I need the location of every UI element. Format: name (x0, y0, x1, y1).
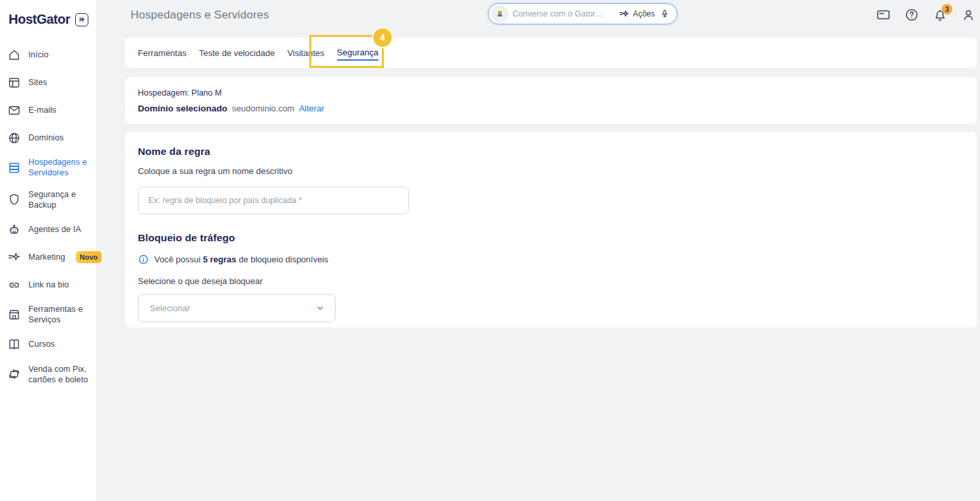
actions-button[interactable]: Ações (619, 9, 655, 20)
home-icon (7, 48, 21, 62)
sidebar-item-label: Início (28, 49, 48, 60)
sidebar-item-ferramentas-servicos[interactable]: Ferramentas e Serviços (7, 304, 91, 326)
notifications-bell-icon[interactable]: 3 (933, 7, 948, 22)
globe-icon (7, 131, 21, 145)
shield-icon (7, 192, 21, 206)
notification-count-badge: 3 (942, 4, 952, 15)
rules-available-text: Você possui 5 regras de bloqueio disponí… (154, 254, 328, 264)
sidebar: HostGator Início Sites (0, 0, 97, 501)
domain-label: Domínio selecionado (138, 103, 228, 113)
sparkle-lines-icon (7, 250, 21, 264)
sidebar-item-marketing[interactable]: Marketing Novo (7, 249, 91, 266)
tab-teste-de-velocidade[interactable]: Teste de velocidade (199, 38, 275, 68)
sidebar-item-label: Sites (28, 77, 47, 88)
sidebar-item-agentes-ia[interactable]: Agentes de IA (7, 221, 91, 238)
rule-name-description: Coloque a sua regra um nome descritivo (138, 166, 964, 176)
logo-row: HostGator (0, 0, 96, 27)
sidebar-item-seguranca-backup[interactable]: Segurança e Backup (7, 189, 91, 211)
sidebar-item-link-na-bio[interactable]: Link na bio (7, 276, 91, 293)
storefront-icon (7, 308, 21, 322)
microphone-icon[interactable] (659, 9, 670, 19)
billing-card-icon[interactable] (876, 7, 891, 22)
domain-card: Hospedagem: Plano M Domínio selecionado … (125, 77, 977, 124)
step-number-badge: 4 (373, 28, 392, 47)
gator-avatar (492, 6, 508, 22)
novo-badge: Novo (76, 251, 102, 264)
account-icon[interactable] (961, 7, 976, 22)
gator-chat-input[interactable] (512, 9, 614, 18)
selected-domain-row: Domínio selecionado seudominio.com Alter… (138, 103, 964, 113)
open-book-icon (7, 338, 21, 351)
rule-form-card: Nome da regra Coloque a sua regra um nom… (125, 132, 977, 328)
link-icon (7, 278, 21, 292)
gator-chat-bar[interactable]: Ações (488, 3, 677, 24)
sidebar-item-label: Agentes de IA (28, 224, 81, 235)
actions-label: Ações (633, 9, 655, 18)
rule-name-input[interactable] (138, 187, 409, 214)
sidebar-item-label: Venda com Pix, cartões e boleto (28, 364, 91, 386)
chevron-down-icon (315, 303, 325, 313)
envelope-icon (7, 103, 21, 117)
browser-window-icon (7, 76, 21, 90)
sidebar-nav: Início Sites E-mails (0, 46, 96, 385)
hosting-plan-text: Hospedagem: Plano M (138, 88, 964, 98)
sidebar-collapse-button[interactable] (75, 13, 88, 26)
card-cycle-icon (7, 367, 21, 381)
sidebar-item-cursos[interactable]: Cursos (7, 336, 91, 353)
tab-seguranca[interactable]: Segurança (337, 38, 379, 68)
tab-ferramentas[interactable]: Ferramentas (138, 38, 187, 68)
page-title: Hospedagens e Servidores (131, 9, 269, 22)
sidebar-item-venda-pix[interactable]: Venda com Pix, cartões e boleto (7, 364, 91, 386)
tabbar: Ferramentas Teste de velocidade Visitant… (125, 38, 977, 68)
sidebar-item-label: Domínios (28, 133, 64, 143)
sidebar-item-emails[interactable]: E-mails (7, 102, 91, 119)
sidebar-item-label: Ferramentas e Serviços (28, 304, 91, 326)
select-placeholder: Selecionar (150, 303, 190, 313)
rules-available-info: Você possui 5 regras de bloqueio disponí… (138, 254, 964, 265)
sidebar-item-dominios[interactable]: Domínios (7, 129, 91, 146)
rule-name-title: Nome da regra (138, 146, 964, 158)
robot-icon (7, 223, 21, 237)
domain-value: seudominio.com (232, 103, 295, 113)
hostgator-logo: HostGator (9, 12, 70, 27)
server-stack-icon (7, 161, 21, 175)
sidebar-item-sites[interactable]: Sites (7, 74, 91, 91)
sidebar-item-label: Segurança e Backup (28, 189, 91, 211)
topbar-icons: 3 (876, 7, 976, 22)
block-type-label: Selecione o que deseja bloquear (138, 276, 964, 286)
block-type-select[interactable]: Selecionar (138, 294, 336, 322)
info-icon (138, 254, 149, 265)
sidebar-item-label: E-mails (28, 105, 56, 115)
topbar: Hospedagens e Servidores Ações (97, 0, 980, 30)
sidebar-item-label: Marketing (28, 252, 65, 262)
sidebar-item-hospedagens[interactable]: Hospedagens e Servidores (7, 157, 91, 179)
change-domain-link[interactable]: Alterar (299, 103, 324, 113)
sidebar-item-inicio[interactable]: Início (7, 46, 91, 63)
traffic-block-title: Bloqueio de tráfego (138, 232, 964, 244)
sidebar-item-label: Cursos (28, 339, 55, 349)
sidebar-item-label: Hospedagens e Servidores (28, 157, 91, 179)
sparkle-icon (619, 9, 630, 20)
help-icon[interactable] (904, 7, 919, 22)
tab-visitantes[interactable]: Visitantes (288, 38, 324, 68)
sidebar-item-label: Link na bio (28, 280, 69, 290)
collapse-arrow-icon (78, 15, 86, 24)
